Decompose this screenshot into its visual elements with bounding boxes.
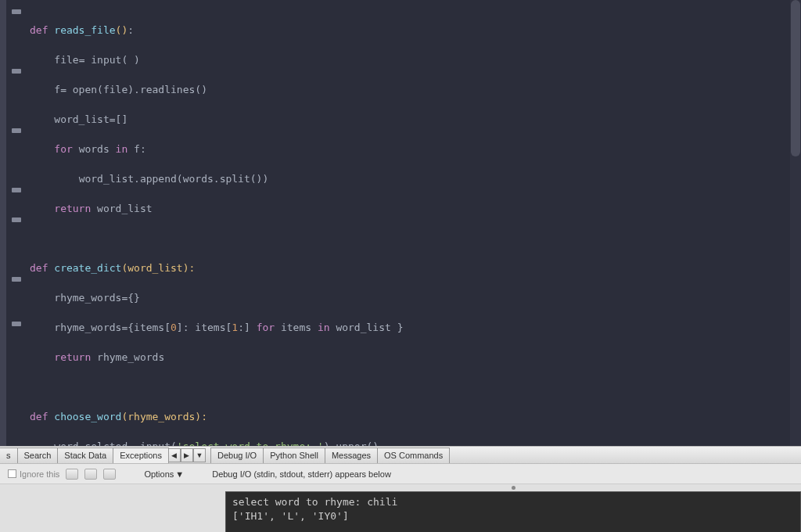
tab-stack-data[interactable]: Stack Data	[57, 448, 113, 463]
toolbar-button[interactable]	[66, 469, 78, 480]
ignore-this-checkbox[interactable]: Ignore this	[8, 469, 59, 479]
prev-icon[interactable]: ◀	[168, 448, 181, 462]
tab-debug-io[interactable]: Debug I/O	[210, 448, 264, 463]
gutter	[0, 0, 25, 446]
dot-icon	[512, 486, 515, 490]
code-editor[interactable]: def reads_file(): file= input( ) f= open…	[25, 0, 746, 446]
fold-icon[interactable]	[12, 277, 21, 282]
chevron-down-icon: ▼	[175, 469, 184, 479]
fold-icon[interactable]	[12, 69, 21, 74]
options-dropdown[interactable]: Options ▼	[144, 469, 184, 479]
editor-area: def reads_file(): file= input( ) f= open…	[0, 0, 801, 446]
fold-icon[interactable]	[12, 322, 21, 326]
next-icon[interactable]: ▶	[181, 448, 193, 462]
tab-python-shell[interactable]: Python Shell	[263, 448, 325, 463]
scrollbar[interactable]	[790, 0, 801, 446]
io-hint-label: Debug I/O (stdin, stdout, stderr) appear…	[212, 469, 391, 479]
scroll-thumb[interactable]	[791, 0, 800, 156]
tab-os-commands[interactable]: OS Commands	[377, 448, 450, 463]
tab-search[interactable]: Search	[17, 448, 59, 463]
panel-toolbar: Ignore this Options ▼ Debug I/O (stdin, …	[0, 464, 801, 484]
tab-s-cut[interactable]: s	[0, 448, 18, 463]
toolbar-button[interactable]	[103, 469, 116, 480]
fold-icon[interactable]	[12, 128, 21, 133]
ignore-label: Ignore this	[20, 469, 59, 479]
toolbar-button[interactable]	[84, 469, 97, 480]
tab-messages[interactable]: Messages	[325, 448, 378, 463]
checkbox-icon[interactable]	[8, 469, 16, 478]
dropdown-icon[interactable]: ▼	[193, 448, 206, 462]
tab-exceptions[interactable]: Exceptions	[113, 448, 169, 463]
fold-icon[interactable]	[12, 188, 21, 192]
console-output[interactable]: select word to rhyme: chili ['IH1', 'L',…	[225, 491, 801, 532]
panel-tabs: s Search Stack Data Exceptions ◀ ▶ ▼ Deb…	[0, 447, 801, 464]
fold-icon[interactable]	[12, 217, 21, 222]
fold-icon[interactable]	[12, 9, 21, 14]
debug-panel: s Search Stack Data Exceptions ◀ ▶ ▼ Deb…	[0, 446, 801, 532]
